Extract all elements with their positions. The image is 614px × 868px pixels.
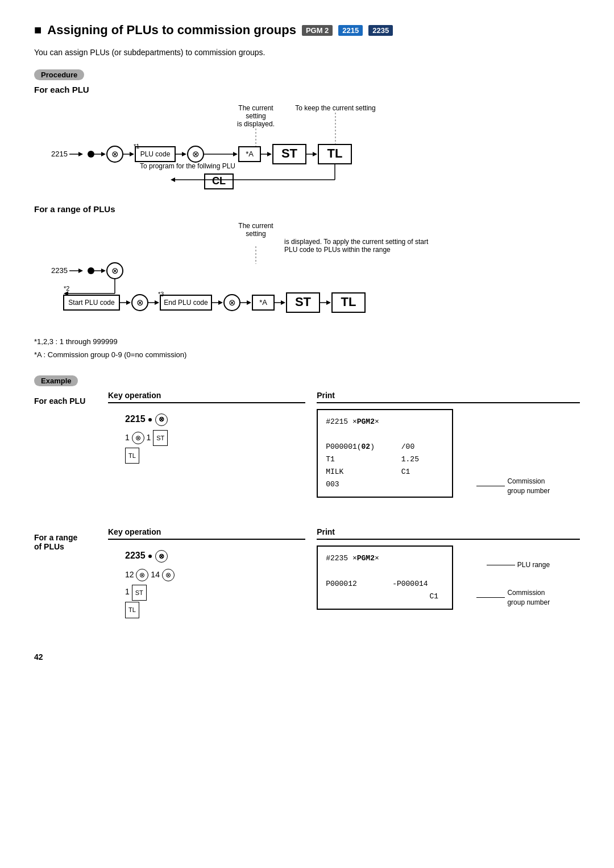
svg-text:setting: setting — [246, 112, 265, 120]
svg-text:2215: 2215 — [51, 150, 68, 158]
example-each-label: For each PLU — [34, 391, 97, 406]
annotation-line-plu: PLU range — [487, 560, 550, 570]
plu-range-annotation: PLU range — [487, 560, 550, 570]
svg-marker-82 — [326, 300, 331, 305]
svg-marker-74 — [247, 300, 251, 305]
commission-annotation: Commissiongroup number — [476, 477, 550, 496]
receipt-range: #2235 ×PGM2× P000012 -P000014 C1 — [317, 545, 453, 609]
diagram-each-plu: The current setting is displayed. To kee… — [34, 100, 580, 193]
r-print-line-1: #2235 ×PGM2× — [326, 552, 444, 565]
notes-section: *1,2,3 : 1 through 999999 *A : Commissio… — [34, 335, 580, 362]
svg-marker-65 — [155, 300, 159, 305]
svg-marker-78 — [281, 300, 285, 305]
print-line-5: MILK C1 — [326, 466, 444, 478]
annotation-line-each: Commissiongroup number — [476, 477, 550, 496]
example-range-keyop: Key operation 2235 ⊗ 12 ⊗ 14 ⊗ 1 ST TL — [108, 527, 305, 618]
page-number: 42 — [34, 652, 580, 662]
svg-text:ST: ST — [295, 295, 312, 309]
svg-marker-24 — [233, 152, 238, 156]
svg-text:*A: *A — [246, 150, 254, 158]
diagram-range-plu: The current setting is displayed. To app… — [34, 220, 580, 324]
keyop-content-range: 2235 ⊗ 12 ⊗ 14 ⊗ 1 ST TL — [108, 545, 305, 618]
print-box-range: #2235 ×PGM2× P000012 -P000014 C1 PLU ran… — [317, 545, 453, 609]
print-header-range: Print — [317, 527, 580, 540]
dot-2 — [148, 555, 152, 558]
procedure-badge: Procedure — [34, 69, 84, 80]
range-label-2: of PLUs — [34, 542, 64, 551]
r-print-line-3: P000012 -P000014 — [326, 578, 444, 590]
ann-line-plu — [487, 565, 515, 565]
print-line-1: #2215 ×PGM2× — [326, 416, 444, 428]
diagram-each-plu-svg: The current setting is displayed. To kee… — [34, 100, 500, 191]
svg-marker-32 — [313, 152, 317, 156]
svg-marker-8 — [78, 152, 83, 156]
subtitle-text: You can assign PLUs (or subdepartments) … — [34, 48, 580, 57]
svg-text:*A: *A — [259, 298, 267, 307]
keyop-header-each: Key operation — [108, 391, 305, 403]
svg-text:⊗: ⊗ — [192, 149, 200, 159]
print-line-blank1 — [326, 428, 444, 441]
x-circle-r3: ⊗ — [162, 569, 175, 581]
svg-text:To keep the current setting: To keep the current setting — [295, 104, 375, 112]
svg-text:*3: *3 — [158, 291, 164, 297]
diagram-range-plu-svg: The current setting is displayed. To app… — [34, 220, 500, 322]
annotation-line-comm: Commissiongroup number — [476, 588, 550, 607]
dot-1 — [148, 418, 152, 421]
x-circle-2: ⊗ — [132, 432, 144, 444]
svg-text:⊗: ⊗ — [111, 149, 119, 159]
svg-text:The current: The current — [238, 222, 273, 230]
svg-marker-48 — [78, 268, 83, 273]
x-circle-r1: ⊗ — [155, 550, 168, 563]
title-text: Assigning of PLUs to commission groups — [47, 23, 296, 38]
svg-text:CL: CL — [212, 175, 226, 187]
print-line-3: P000001(02) /00 — [326, 441, 444, 453]
receipt-each: #2215 ×PGM2× P000001(02) /00 T1 1.25 MIL… — [317, 409, 453, 498]
ann-line-comm — [476, 597, 505, 598]
example-range-plu-section: For a range of PLUs Key operation 2235 ⊗… — [34, 527, 580, 618]
for-range-plu-title: For a range of PLUs — [34, 204, 580, 214]
print-line-6: 003 — [326, 478, 444, 491]
x-circle-r2: ⊗ — [136, 569, 148, 581]
svg-text:TL: TL — [327, 146, 343, 160]
svg-marker-20 — [182, 152, 186, 156]
svg-marker-15 — [130, 152, 134, 156]
keyop-line1: 2215 ⊗ — [125, 409, 305, 429]
svg-marker-51 — [101, 268, 106, 273]
svg-text:⊗: ⊗ — [111, 266, 119, 275]
x-circle-1: ⊗ — [155, 414, 168, 426]
svg-point-9 — [88, 151, 94, 158]
keyop-header-range: Key operation — [108, 527, 305, 540]
svg-text:The current: The current — [238, 104, 273, 112]
svg-text:End PLU code: End PLU code — [164, 299, 208, 307]
example-each-keyop: Key operation 2215 ⊗ 1 ⊗ 1 ST TL — [108, 391, 305, 464]
range-label-1: For a range — [34, 533, 77, 542]
example-each-plu-section: For each PLU Key operation 2215 ⊗ 1 ⊗ 1 … — [34, 391, 580, 498]
svg-text:TL: TL — [341, 295, 356, 309]
svg-marker-61 — [126, 300, 131, 305]
badge-2235: 2235 — [368, 25, 393, 36]
svg-marker-70 — [218, 300, 223, 305]
example-badge: Example — [34, 375, 78, 386]
example-each-print: Print #2215 ×PGM2× P000001(02) /00 T1 1.… — [317, 391, 580, 498]
print-line-4: T1 1.25 — [326, 453, 444, 466]
svg-text:is displayed. To apply the cur: is displayed. To apply the current setti… — [284, 238, 429, 246]
commission-range-annotation: Commissiongroup number — [476, 588, 550, 607]
badge-2215: 2215 — [338, 25, 363, 36]
st-key-2: ST — [132, 585, 147, 601]
ann-line-each — [476, 486, 505, 486]
print-box-each: #2215 ×PGM2× P000001(02) /00 T1 1.25 MIL… — [317, 409, 453, 498]
example-range-label: For a range of PLUs — [34, 527, 97, 551]
keyop-r-line3: 1 ST — [125, 583, 305, 601]
example-range-print: Print #2235 ×PGM2× P000012 -P000014 C1 P… — [317, 527, 580, 609]
keyop-r-line1: 2235 ⊗ — [125, 545, 305, 565]
svg-text:is displayed.: is displayed. — [237, 120, 275, 128]
svg-text:Start PLU code: Start PLU code — [68, 299, 115, 307]
plu-range-label: PLU range — [517, 560, 550, 570]
keyop-content-each: 2215 ⊗ 1 ⊗ 1 ST TL — [108, 409, 305, 464]
svg-text:2235: 2235 — [51, 266, 68, 275]
note-line2: *A : Commission group 0-9 (0=no commissi… — [34, 348, 580, 361]
keyop-line3: TL — [125, 447, 305, 464]
svg-text:PLU code to PLUs within the ra: PLU code to PLUs within the range — [284, 246, 391, 254]
black-square-icon: ■ — [34, 23, 42, 38]
svg-text:To program for the follwing PL: To program for the follwing PLU — [140, 162, 235, 170]
